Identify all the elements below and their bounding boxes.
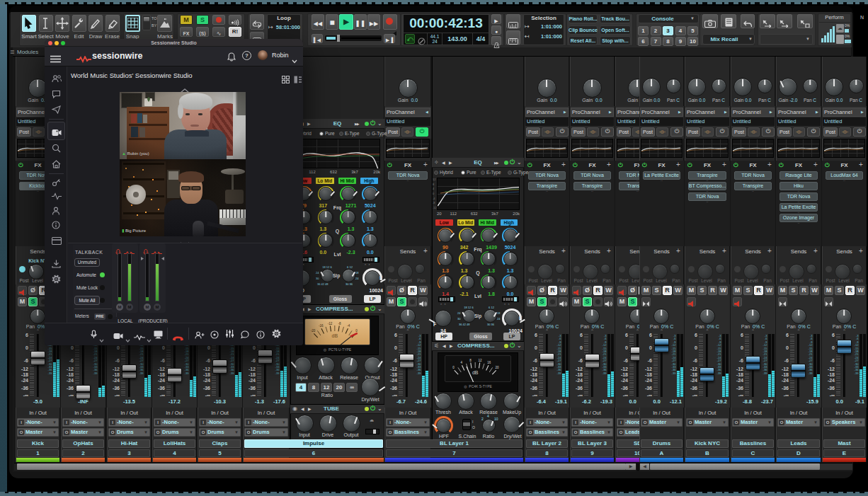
- svg-text:-12: -12: [328, 322, 333, 325]
- svg-text:4: 4: [460, 361, 462, 364]
- svg-text:-16: -16: [319, 324, 324, 328]
- svg-text:dB: dB: [472, 370, 479, 375]
- svg-text:-4: -4: [347, 324, 350, 328]
- svg-text:-20: -20: [311, 329, 316, 333]
- svg-text:12: 12: [478, 359, 482, 362]
- svg-text:-8: -8: [338, 322, 341, 325]
- svg-text:dB: dB: [331, 333, 338, 338]
- svg-text:0: 0: [452, 366, 455, 369]
- svg-text:20: 20: [496, 366, 500, 369]
- svg-text:8: 8: [469, 359, 472, 362]
- svg-text:16: 16: [487, 361, 491, 364]
- svg-text:0: 0: [355, 329, 358, 333]
